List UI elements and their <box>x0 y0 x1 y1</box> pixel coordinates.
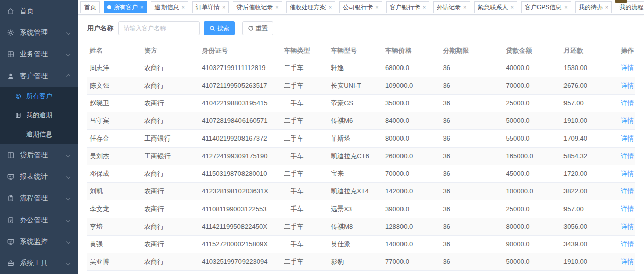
tab-close-icon[interactable]: × <box>564 5 567 10</box>
sidebar-item-customer-mgmt[interactable]: 客户管理 <box>0 65 78 87</box>
table-row: 陈文强农商行410721199505263517二手车长安UNI-T109000… <box>87 77 635 94</box>
cell-id_number: 410422198803195415 <box>199 94 281 112</box>
chevron-down-icon <box>66 261 70 265</box>
cell-id_number: 411503198708280010 <box>199 165 281 182</box>
sidebar-item-label: 报表统计 <box>20 172 67 181</box>
cell-name: 刘凯 <box>87 182 142 200</box>
tab-11[interactable]: 我的待办× <box>575 1 612 13</box>
cell-name: 吴亚博 <box>87 253 142 270</box>
tab-0[interactable]: 首页 <box>80 1 100 13</box>
table-row: 李培农商行41142119950822450X二手车传祺M8128800.036… <box>87 218 635 235</box>
reset-button-label: 重置 <box>256 24 268 33</box>
sidebar-item-label: 我的逾期 <box>26 111 72 120</box>
cell-term: 36 <box>440 77 503 94</box>
tab-close-icon[interactable]: × <box>511 5 514 10</box>
tab-close-icon[interactable]: × <box>275 5 278 10</box>
sidebar-item-home[interactable]: 首页 <box>0 0 78 22</box>
sidebar-item-business-mgmt[interactable]: 业务管理 <box>0 43 78 65</box>
avatar[interactable] <box>615 0 627 3</box>
table-row: 周志洋农商行410327199111112819二手车轩逸68000.03640… <box>87 59 635 77</box>
tab-5[interactable]: 催收处理方案× <box>286 1 335 13</box>
tab-label: 首页 <box>84 3 96 12</box>
detail-link[interactable]: 详情 <box>621 99 634 107</box>
detail-link[interactable]: 详情 <box>621 152 634 160</box>
sidebar-item-my-overdue[interactable]: 我的逾期 <box>0 106 78 125</box>
tab-label: 公司银行卡 <box>343 3 373 12</box>
cell-loan: 165000.0 <box>504 147 561 165</box>
cell-term: 36 <box>440 200 503 218</box>
cell-id_number: 410325199709223094 <box>199 253 281 270</box>
cell-funder: 工商银行 <box>142 147 199 165</box>
sidebar-item-system-monitor[interactable]: 系统监控 <box>0 231 78 252</box>
sidebar-item-overdue-info[interactable]: 逾期信息 <box>0 125 78 144</box>
cell-loan: 45000.0 <box>504 165 561 182</box>
tab-close-icon[interactable]: × <box>463 5 466 10</box>
cell-action: 详情 <box>618 253 635 270</box>
tab-close-icon[interactable]: × <box>375 5 378 10</box>
cell-monthly: 1720.00 <box>561 165 618 182</box>
detail-link[interactable]: 详情 <box>621 205 634 213</box>
detail-link[interactable]: 详情 <box>621 170 634 177</box>
search-input[interactable] <box>118 21 200 35</box>
detail-link[interactable]: 详情 <box>621 64 634 72</box>
cell-funder: 农商行 <box>142 77 199 94</box>
cell-id_number: 412724199309175190 <box>199 147 281 165</box>
detail-link[interactable]: 详情 <box>621 187 634 195</box>
tab-9[interactable]: 紧急联系人× <box>474 1 517 13</box>
sidebar-item-process-mgmt[interactable]: 流程管理 <box>0 187 78 209</box>
table-row: 邓保成农商行411503198708280010二手车宝来70000.03645… <box>87 165 635 182</box>
cell-name: 周志洋 <box>87 59 142 77</box>
cell-id_number: 41152720000215809X <box>199 235 281 253</box>
tab-close-icon[interactable]: × <box>605 5 608 10</box>
detail-link[interactable]: 详情 <box>621 240 634 248</box>
sidebar-item-label: 流程管理 <box>20 194 67 203</box>
search-button-label: 搜索 <box>217 24 229 33</box>
detail-link[interactable]: 详情 <box>621 82 634 89</box>
sidebar-item-postloan-mgmt[interactable]: 贷后管理 <box>0 144 78 166</box>
tab-close-icon[interactable]: × <box>222 5 225 10</box>
tab-2[interactable]: 逾期信息× <box>151 1 188 13</box>
detail-link[interactable]: 详情 <box>621 223 634 230</box>
detail-link[interactable]: 详情 <box>621 117 634 124</box>
tab-close-icon[interactable]: × <box>423 5 426 10</box>
cell-loan: 50000.0 <box>504 253 561 270</box>
sidebar-item-all-customers[interactable]: 所有客户 <box>0 87 78 106</box>
tab-6[interactable]: 公司银行卡× <box>339 1 382 13</box>
cell-term: 36 <box>440 112 503 129</box>
sidebar-item-label: 所有客户 <box>26 92 72 101</box>
tab-8[interactable]: 外访记录× <box>433 1 470 13</box>
sidebar-item-office-mgmt[interactable]: 办公管理 <box>0 209 78 231</box>
cell-vehicle_model: 影豹 <box>328 253 383 270</box>
tab-10[interactable]: 客户GPS信息× <box>521 1 571 13</box>
cell-vehicle_model: 英仕派 <box>328 235 383 253</box>
sidebar-item-system-tools[interactable]: 系统工具 <box>0 252 78 274</box>
cell-monthly: 1910.00 <box>561 112 618 129</box>
cell-name: 李培 <box>87 218 142 235</box>
cell-vehicle_type: 二手车 <box>282 200 329 218</box>
table-row: 李文龙农商行411081199003122553二手车远景X339000.036… <box>87 200 635 218</box>
book-icon <box>15 111 22 119</box>
sidebar-item-report-stats[interactable]: 报表统计 <box>0 166 78 187</box>
tab-close-icon[interactable]: × <box>140 5 143 10</box>
tab-close-icon[interactable]: × <box>329 5 332 10</box>
tab-4[interactable]: 贷后催收记录× <box>233 1 282 13</box>
tab-7[interactable]: 客户银行卡× <box>386 1 429 13</box>
tab-close-icon[interactable]: × <box>181 5 184 10</box>
cell-term: 36 <box>440 129 503 147</box>
tab-1[interactable]: 所有客户× <box>104 1 147 13</box>
reset-button[interactable]: 重置 <box>242 21 273 35</box>
user-icon <box>7 72 15 80</box>
cell-id_number: 41232819810203631X <box>199 182 281 200</box>
detail-link[interactable]: 详情 <box>621 258 634 265</box>
sidebar-item-system-mgmt[interactable]: 系统管理 <box>0 22 78 43</box>
detail-link[interactable]: 详情 <box>621 134 634 142</box>
cell-name: 马守宾 <box>87 112 142 129</box>
cell-vehicle_type: 二手车 <box>282 147 329 165</box>
tab-12[interactable]: 我的流程× <box>616 1 644 13</box>
search-button[interactable]: 搜索 <box>204 21 235 35</box>
cell-action: 详情 <box>618 218 635 235</box>
cell-term: 36 <box>440 94 503 112</box>
monitor-check-icon <box>7 238 15 246</box>
tab-3[interactable]: 订单详情× <box>192 1 229 13</box>
cell-name: 王刚辉 <box>87 270 142 274</box>
